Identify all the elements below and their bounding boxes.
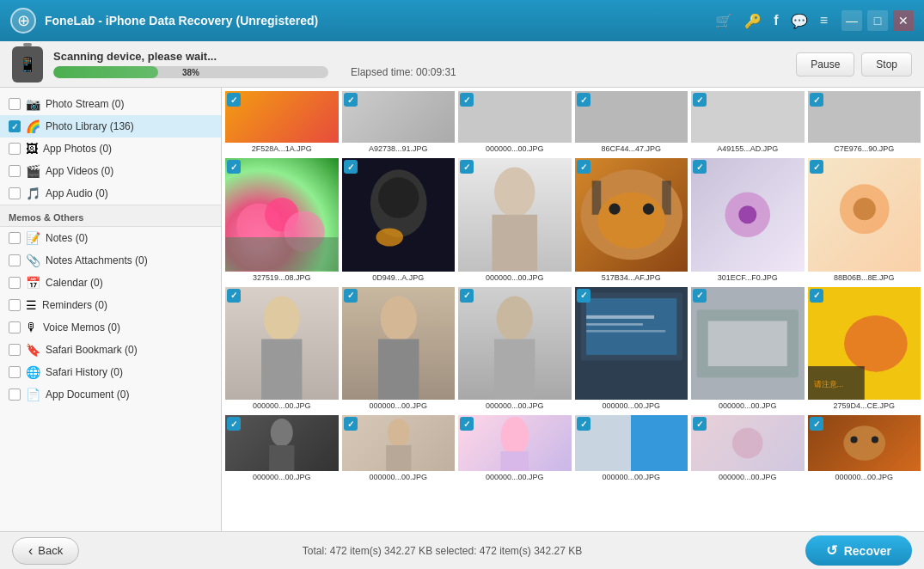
checkbox-photo-library[interactable]: ✓ [9, 120, 21, 132]
list-item[interactable]: 327519...08.JPG [225, 158, 339, 284]
checkbox-app-document[interactable] [9, 389, 21, 401]
minimize-button[interactable]: — [841, 10, 862, 31]
photo-check[interactable] [460, 417, 474, 431]
list-item[interactable]: 000000...00.JPG [691, 287, 805, 413]
cart-icon[interactable]: 🛒 [715, 13, 732, 29]
photo-check[interactable] [577, 160, 591, 174]
sidebar-item-app-document[interactable]: 📄 App Document (0) [0, 383, 221, 406]
back-button[interactable]: ‹ Back [12, 537, 79, 565]
checkbox-photo-stream[interactable] [9, 98, 21, 110]
pause-button[interactable]: Pause [796, 52, 854, 76]
list-item[interactable]: 000000...00.JPG [458, 287, 572, 413]
checkbox-calendar[interactable] [9, 277, 21, 289]
photo-check[interactable] [810, 417, 823, 431]
photo-check[interactable] [344, 417, 358, 431]
checkbox-voice-memos[interactable] [9, 321, 21, 333]
photo-check[interactable] [227, 289, 241, 303]
chat-icon[interactable]: 💬 [791, 13, 808, 29]
sidebar-item-notes-attach[interactable]: 📎 Notes Attachments (0) [0, 249, 221, 272]
list-item[interactable]: A49155...AD.JPG [691, 91, 805, 155]
list-item[interactable]: 0D949...A.JPG [342, 158, 456, 284]
list-item[interactable]: 517B34...AF.JPG [575, 158, 688, 284]
checkbox-reminders[interactable] [9, 299, 21, 311]
checkbox-app-photos[interactable] [9, 143, 21, 155]
list-item[interactable]: 000000...00.JPG [808, 415, 921, 483]
sidebar-item-safari-history[interactable]: 🌐 Safari History (0) [0, 361, 221, 383]
photo-check[interactable] [693, 417, 707, 431]
sidebar-item-calendar[interactable]: 📅 Calendar (0) [0, 272, 221, 294]
device-icon: 📱 [12, 46, 43, 83]
photo-check[interactable] [577, 417, 591, 431]
photo-check[interactable] [460, 93, 474, 107]
toolbar-icons: 🛒 🔑 f 💬 ≡ [715, 13, 828, 29]
photo-label: 86CF44...47.JPG [575, 143, 688, 155]
checkbox-notes-attach[interactable] [9, 254, 21, 266]
photo-check[interactable] [810, 160, 823, 174]
checkbox-app-audio[interactable] [9, 187, 21, 199]
list-item[interactable]: 000000...00.JPG [225, 287, 339, 413]
checkbox-safari-history[interactable] [9, 366, 21, 378]
list-item[interactable]: 000000...00.JPG [691, 415, 805, 483]
list-item[interactable]: 000000...00.JPG [575, 415, 688, 483]
stop-button[interactable]: Stop [861, 52, 912, 76]
photo-check[interactable] [693, 160, 707, 174]
sidebar-item-safari-bookmark[interactable]: 🔖 Safari Bookmark (0) [0, 339, 221, 361]
list-item[interactable]: 000000...00.JPG [575, 287, 688, 413]
window-controls: — □ ✕ [841, 10, 914, 31]
list-item[interactable]: C7E976...90.JPG [808, 91, 921, 155]
svg-rect-31 [708, 321, 787, 366]
menu-icon[interactable]: ≡ [820, 13, 828, 28]
list-item[interactable]: 301ECF...F0.JPG [691, 158, 805, 284]
photo-check[interactable] [693, 289, 707, 303]
photo-check[interactable] [693, 93, 707, 107]
sidebar-item-photo-library[interactable]: ✓ 🌈 Photo Library (136) [0, 115, 221, 138]
list-item[interactable]: 请注意... 2759D4...CE.JPG [808, 287, 921, 413]
sidebar-item-notes[interactable]: 📝 Notes (0) [0, 227, 221, 249]
photo-library-label: Photo Library (136) [46, 120, 134, 132]
list-item[interactable]: 000000...00.JPG [458, 415, 572, 483]
photo-label: 000000...00.JPG [342, 400, 456, 412]
photo-check[interactable] [577, 289, 591, 303]
list-item[interactable]: 000000...00.JPG [342, 287, 456, 413]
title-bar: ⊕ FoneLab - iPhone Data Recovery (Unregi… [0, 0, 924, 41]
recover-button[interactable]: ↺ Recover [805, 535, 912, 566]
list-item[interactable]: 000000...00.JPG [458, 158, 572, 284]
list-item[interactable]: 86CF44...47.JPG [575, 91, 688, 155]
sidebar-item-reminders[interactable]: ☰ Reminders (0) [0, 294, 221, 316]
sidebar: 📷 Photo Stream (0) ✓ 🌈 Photo Library (13… [0, 88, 222, 531]
photo-check[interactable] [460, 289, 474, 303]
photo-check[interactable] [344, 160, 358, 174]
checkbox-app-videos[interactable] [9, 165, 21, 177]
list-item[interactable]: 000000...00.JPG [458, 91, 572, 155]
list-item[interactable]: 000000...00.JPG [342, 415, 456, 483]
sidebar-item-photo-stream[interactable]: 📷 Photo Stream (0) [0, 93, 221, 115]
photo-check[interactable] [460, 160, 474, 174]
content-area: 2F528A...1A.JPG A92738...91.JPG 000000..… [222, 88, 924, 531]
sidebar-item-app-photos[interactable]: 🖼 App Photos (0) [0, 138, 221, 160]
facebook-icon[interactable]: f [774, 13, 778, 28]
list-item[interactable]: 2F528A...1A.JPG [225, 91, 339, 155]
list-item[interactable]: A92738...91.JPG [342, 91, 456, 155]
sidebar-item-app-videos[interactable]: 🎬 App Videos (0) [0, 160, 221, 182]
maximize-button[interactable]: □ [867, 10, 888, 31]
photo-check[interactable] [577, 93, 591, 107]
svg-rect-20 [261, 339, 302, 400]
photo-check[interactable] [227, 93, 241, 107]
photo-check[interactable] [810, 289, 823, 303]
checkbox-safari-bookmark[interactable] [9, 344, 21, 356]
list-item[interactable]: 88B06B...8E.JPG [808, 158, 921, 284]
key-icon[interactable]: 🔑 [744, 13, 762, 29]
close-button[interactable]: ✕ [893, 10, 914, 31]
sidebar-item-app-audio[interactable]: 🎵 App Audio (0) [0, 182, 221, 205]
photo-check[interactable] [810, 93, 823, 107]
list-item[interactable]: 000000...00.JPG [225, 415, 339, 483]
svg-point-23 [497, 296, 533, 341]
photo-check[interactable] [344, 289, 358, 303]
sidebar-item-voice-memos[interactable]: 🎙 Voice Memos (0) [0, 316, 221, 339]
checkbox-notes[interactable] [9, 232, 21, 244]
photo-check[interactable] [227, 417, 241, 431]
photo-check[interactable] [344, 93, 358, 107]
svg-rect-39 [386, 445, 411, 471]
svg-point-7 [494, 168, 535, 217]
photo-check[interactable] [227, 160, 241, 174]
